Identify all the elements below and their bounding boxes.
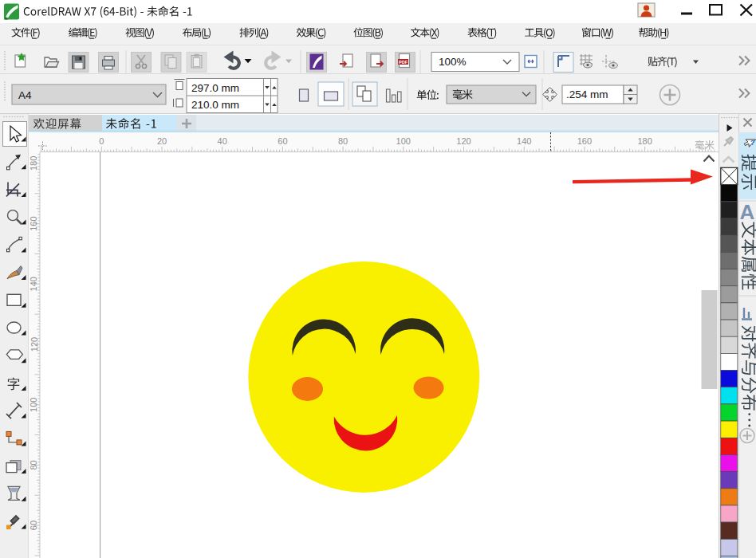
svg-text:160: 160 — [577, 136, 592, 146]
svg-text:A4: A4 — [18, 89, 32, 101]
svg-text:0: 0 — [99, 136, 104, 146]
svg-text:80: 80 — [30, 460, 39, 470]
svg-text:PDF: PDF — [399, 60, 408, 65]
svg-text:180: 180 — [30, 156, 39, 171]
svg-text:?: ? — [750, 139, 755, 147]
svg-text:180: 180 — [637, 136, 652, 146]
svg-text:40: 40 — [218, 136, 227, 146]
svg-text:120: 120 — [456, 136, 471, 146]
svg-text:120: 120 — [30, 337, 39, 352]
svg-text:A: A — [740, 200, 755, 224]
svg-text:140: 140 — [517, 136, 531, 146]
svg-text:.254 mm: .254 mm — [566, 88, 608, 100]
svg-text:297.0 mm: 297.0 mm — [191, 82, 239, 94]
svg-text:100: 100 — [30, 398, 39, 412]
svg-text:20: 20 — [157, 136, 167, 146]
svg-text:100: 100 — [396, 136, 411, 146]
svg-text:140: 140 — [30, 277, 39, 291]
svg-text:160: 160 — [30, 216, 39, 230]
svg-text:80: 80 — [338, 136, 348, 146]
svg-text:60: 60 — [30, 521, 39, 530]
svg-text:100%: 100% — [439, 56, 467, 68]
svg-text:60: 60 — [278, 136, 287, 146]
svg-text:210.0 mm: 210.0 mm — [191, 99, 239, 111]
